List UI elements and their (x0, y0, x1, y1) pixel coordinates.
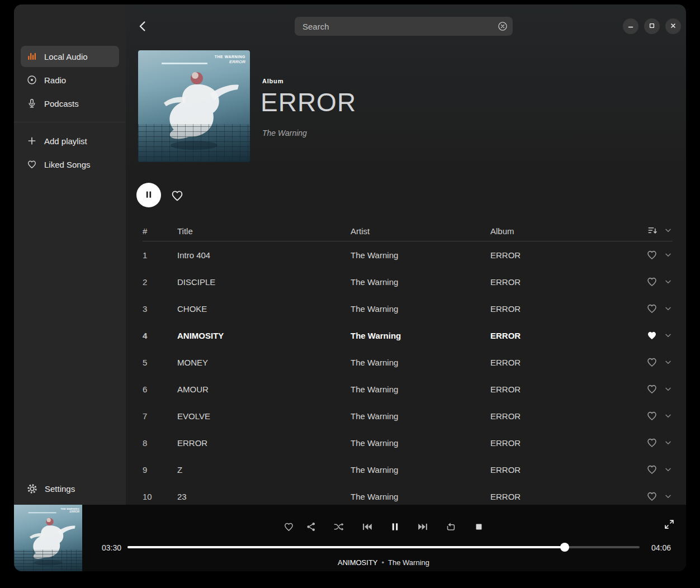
maximize-button[interactable] (644, 18, 660, 34)
track-title: 23 (177, 492, 351, 501)
heart-icon (171, 196, 184, 204)
track-row[interactable]: 3 CHOKE The Warning ERROR (143, 295, 673, 322)
track-options-button[interactable] (664, 304, 673, 313)
sidebar-item-podcasts[interactable]: Podcasts (21, 93, 119, 114)
player-pause-button[interactable] (386, 519, 404, 537)
track-like-button[interactable] (646, 249, 658, 260)
microphone-icon (27, 98, 37, 108)
album-art: THE WARNING ERROR (138, 50, 250, 162)
sidebar-item-radio[interactable]: Radio (21, 69, 119, 91)
player-expand-button[interactable] (660, 516, 678, 534)
track-artist: The Warning (351, 465, 490, 475)
album-title: ERROR (261, 87, 356, 117)
sidebar-item-label: Radio (44, 75, 66, 85)
track-row[interactable]: 9 Z The Warning ERROR (143, 456, 673, 483)
back-button[interactable] (136, 20, 149, 32)
track-options-button[interactable] (664, 358, 673, 367)
shuffle-icon (333, 521, 344, 534)
minimize-button[interactable] (623, 18, 638, 34)
track-artist: The Warning (351, 358, 490, 367)
track-like-button[interactable] (646, 491, 658, 502)
track-options-button[interactable] (664, 438, 673, 447)
sidebar-item-liked-songs[interactable]: Liked Songs (21, 154, 119, 175)
track-options-button[interactable] (664, 331, 673, 340)
track-like-button[interactable] (646, 276, 658, 287)
track-row[interactable]: 4 ANIMOSITY The Warning ERROR (143, 322, 673, 349)
track-like-button[interactable] (646, 383, 658, 395)
sidebar-item-add-playlist[interactable]: Add playlist (21, 130, 119, 151)
track-table: # Title Artist Album (143, 221, 673, 510)
track-like-button[interactable] (646, 357, 658, 368)
track-title: EVOLVE (177, 411, 351, 421)
sort-icon (647, 225, 658, 237)
track-title: Z (177, 465, 351, 475)
seek-handle[interactable] (560, 543, 569, 552)
sidebar-item-settings[interactable]: Settings (21, 478, 119, 499)
player-next-button[interactable] (414, 519, 432, 537)
track-title: MONEY (177, 358, 351, 367)
search-box (295, 17, 513, 36)
track-artist: The Warning (351, 250, 490, 260)
column-album: Album (490, 226, 627, 236)
sidebar-item-local-audio[interactable]: Local Audio (21, 46, 119, 67)
track-number: 2 (143, 277, 177, 287)
album-like-button[interactable] (171, 189, 184, 202)
sort-button[interactable] (647, 226, 658, 236)
album-pause-button[interactable] (136, 183, 161, 207)
track-like-button[interactable] (646, 303, 658, 314)
player-repeat-button[interactable] (442, 519, 460, 537)
track-options-button[interactable] (664, 250, 673, 259)
sidebar-divider (14, 122, 126, 122)
player-like-button[interactable] (280, 519, 297, 537)
track-row[interactable]: 8 ERROR The Warning ERROR (143, 429, 673, 456)
search-clear-button[interactable] (498, 21, 508, 31)
track-options-button[interactable] (664, 385, 673, 393)
stop-icon (474, 521, 484, 534)
column-title: Title (177, 226, 351, 236)
player-stop-button[interactable] (470, 519, 488, 537)
back-chevron-icon (136, 26, 149, 34)
seek-slider[interactable] (127, 543, 640, 552)
track-row[interactable]: 1 Intro 404 The Warning ERROR (143, 241, 673, 268)
track-title: AMOUR (177, 385, 351, 394)
track-title: ERROR (177, 438, 351, 448)
app-window: Local Audio Radio Podcasts (14, 4, 686, 571)
track-album: ERROR (490, 411, 627, 421)
player-shuffle-button[interactable] (329, 519, 347, 537)
track-row[interactable]: 2 DISCIPLE The Warning ERROR (143, 268, 673, 295)
track-options-button[interactable] (664, 411, 673, 420)
track-title: CHOKE (177, 304, 351, 314)
player-share-button[interactable] (302, 519, 320, 537)
track-album: ERROR (490, 438, 627, 448)
track-like-button[interactable] (646, 437, 658, 448)
track-options-button[interactable] (664, 465, 673, 474)
gear-icon (27, 483, 37, 494)
chevron-down-icon (664, 226, 673, 236)
progress-fill (127, 546, 565, 548)
player-bar: THE WARNING ERROR (14, 505, 686, 571)
equalizer-icon (27, 51, 37, 61)
sidebar-item-label: Add playlist (44, 136, 87, 146)
header-options-button[interactable] (664, 226, 673, 235)
track-album: ERROR (490, 277, 627, 287)
track-row[interactable]: 6 AMOUR The Warning ERROR (143, 376, 673, 402)
grid-floor (14, 550, 82, 571)
track-row[interactable]: 7 EVOLVE The Warning ERROR (143, 402, 673, 429)
search-input[interactable] (295, 22, 498, 31)
heart-icon (27, 159, 37, 169)
track-title: ANIMOSITY (177, 331, 351, 340)
track-like-button[interactable] (646, 464, 658, 475)
track-artist: The Warning (351, 277, 490, 287)
sidebar-item-label: Podcasts (44, 99, 79, 108)
track-like-button[interactable] (646, 410, 658, 421)
player-previous-button[interactable] (358, 519, 376, 537)
track-number: 6 (143, 385, 177, 394)
close-button[interactable] (665, 18, 681, 34)
track-options-button[interactable] (664, 277, 673, 286)
track-like-button-filled[interactable] (646, 330, 658, 341)
track-row[interactable]: 5 MONEY The Warning ERROR (143, 349, 673, 376)
track-options-button[interactable] (664, 492, 673, 501)
track-rows: 1 Intro 404 The Warning ERROR 2 DISCIPLE… (143, 241, 673, 510)
track-artist: The Warning (351, 411, 490, 421)
sidebar: Local Audio Radio Podcasts (14, 4, 126, 505)
